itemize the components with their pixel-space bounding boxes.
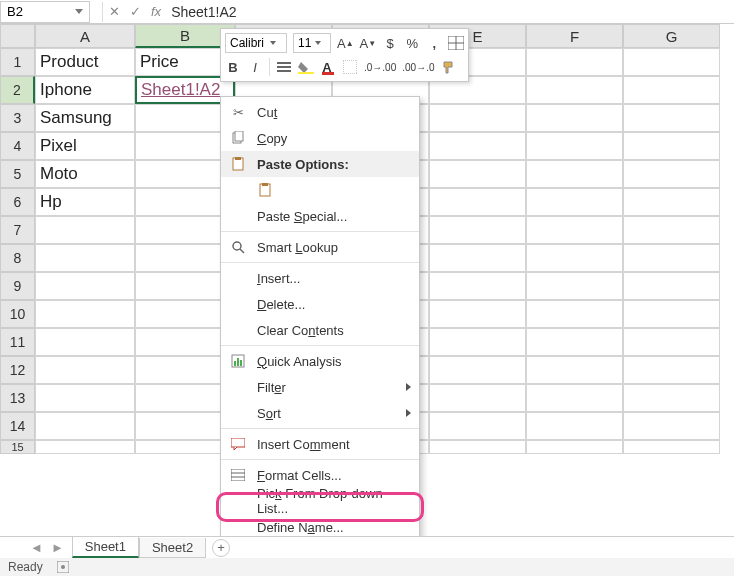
row-header-13[interactable]: 13 xyxy=(0,384,35,412)
fill-color-icon[interactable] xyxy=(298,60,314,74)
font-name-selector[interactable]: Calibri xyxy=(225,33,287,53)
cell-G12[interactable] xyxy=(623,356,720,384)
chevron-left-icon[interactable]: ◄ xyxy=(30,540,43,555)
column-header-G[interactable]: G xyxy=(623,24,720,48)
format-painter-icon[interactable] xyxy=(441,60,457,74)
cell-A10[interactable] xyxy=(35,300,135,328)
cell-G15[interactable] xyxy=(623,440,720,454)
menu-insert-comment[interactable]: Insert Comment xyxy=(221,431,419,457)
row-header-1[interactable]: 1 xyxy=(0,48,35,76)
cell-G10[interactable] xyxy=(623,300,720,328)
row-header-10[interactable]: 10 xyxy=(0,300,35,328)
cell-G4[interactable] xyxy=(623,132,720,160)
menu-insert[interactable]: Insert... xyxy=(221,265,419,291)
cell-E13[interactable] xyxy=(429,384,526,412)
menu-delete[interactable]: Delete... xyxy=(221,291,419,317)
menu-sort[interactable]: Sort xyxy=(221,400,419,426)
mini-toolbar[interactable]: Calibri 11 A▲ A▼ $ % , B I A .0 xyxy=(220,28,469,82)
row-header-2[interactable]: 2 xyxy=(0,76,35,104)
chevron-down-icon[interactable] xyxy=(315,41,321,45)
cell-E10[interactable] xyxy=(429,300,526,328)
cell-A1[interactable]: Product xyxy=(35,48,135,76)
cell-F9[interactable] xyxy=(526,272,623,300)
cell-F13[interactable] xyxy=(526,384,623,412)
cell-A4[interactable]: Pixel xyxy=(35,132,135,160)
cell-G7[interactable] xyxy=(623,216,720,244)
menu-quick-analysis[interactable]: Quick Analysis xyxy=(221,348,419,374)
row-header-3[interactable]: 3 xyxy=(0,104,35,132)
row-header-6[interactable]: 6 xyxy=(0,188,35,216)
cell-G13[interactable] xyxy=(623,384,720,412)
borders-icon[interactable] xyxy=(342,60,358,74)
cell-G5[interactable] xyxy=(623,160,720,188)
decrease-decimal-icon[interactable]: .00→.0 xyxy=(402,62,434,73)
cell-F1[interactable] xyxy=(526,48,623,76)
cell-F4[interactable] xyxy=(526,132,623,160)
cell-A2[interactable]: Iphone xyxy=(35,76,135,104)
menu-pick-from-list[interactable]: Pick From Drop-down List... xyxy=(221,488,419,514)
sheet-nav[interactable]: ◄ ► xyxy=(30,540,64,555)
row-header-11[interactable]: 11 xyxy=(0,328,35,356)
cell-A12[interactable] xyxy=(35,356,135,384)
cell-E15[interactable] xyxy=(429,440,526,454)
accounting-format-icon[interactable]: $ xyxy=(382,36,398,51)
menu-cut[interactable]: ✂ Cut xyxy=(221,99,419,125)
cell-E14[interactable] xyxy=(429,412,526,440)
cell-G1[interactable] xyxy=(623,48,720,76)
cell-G3[interactable] xyxy=(623,104,720,132)
menu-format-cells[interactable]: Format Cells... xyxy=(221,462,419,488)
cell-A5[interactable]: Moto xyxy=(35,160,135,188)
row-header-14[interactable]: 14 xyxy=(0,412,35,440)
cell-E11[interactable] xyxy=(429,328,526,356)
cell-E3[interactable] xyxy=(429,104,526,132)
sheet-tab-1[interactable]: Sheet1 xyxy=(72,537,139,558)
increase-font-icon[interactable]: A▲ xyxy=(337,36,354,51)
row-header-5[interactable]: 5 xyxy=(0,160,35,188)
sheet-tab-2[interactable]: Sheet2 xyxy=(139,538,206,558)
cancel-icon[interactable]: ✕ xyxy=(109,4,120,19)
cell-G6[interactable] xyxy=(623,188,720,216)
font-color-icon[interactable]: A xyxy=(320,60,336,75)
cell-F6[interactable] xyxy=(526,188,623,216)
row-header-4[interactable]: 4 xyxy=(0,132,35,160)
bold-button[interactable]: B xyxy=(225,60,241,75)
column-header-A[interactable]: A xyxy=(35,24,135,48)
cell-G11[interactable] xyxy=(623,328,720,356)
cell-A3[interactable]: Samsung xyxy=(35,104,135,132)
chevron-down-icon[interactable] xyxy=(75,9,83,14)
macro-record-icon[interactable] xyxy=(57,561,69,573)
enter-icon[interactable]: ✓ xyxy=(130,4,141,19)
menu-smart-lookup[interactable]: Smart Lookup xyxy=(221,234,419,260)
cell-A8[interactable] xyxy=(35,244,135,272)
cell-F7[interactable] xyxy=(526,216,623,244)
menu-copy[interactable]: Copy xyxy=(221,125,419,151)
cell-G9[interactable] xyxy=(623,272,720,300)
cell-A13[interactable] xyxy=(35,384,135,412)
row-header-12[interactable]: 12 xyxy=(0,356,35,384)
comma-format-icon[interactable]: , xyxy=(426,36,442,51)
menu-paste-special[interactable]: Paste Special... xyxy=(221,203,419,229)
cell-A14[interactable] xyxy=(35,412,135,440)
cell-E12[interactable] xyxy=(429,356,526,384)
cell-F3[interactable] xyxy=(526,104,623,132)
fx-icon[interactable]: fx xyxy=(151,4,161,19)
cell-E9[interactable] xyxy=(429,272,526,300)
row-header-9[interactable]: 9 xyxy=(0,272,35,300)
cell-G14[interactable] xyxy=(623,412,720,440)
chevron-down-icon[interactable] xyxy=(270,41,276,45)
cell-F14[interactable] xyxy=(526,412,623,440)
increase-decimal-icon[interactable]: .0→.00 xyxy=(364,62,396,73)
align-icon[interactable] xyxy=(276,61,292,73)
font-size-selector[interactable]: 11 xyxy=(293,33,331,53)
row-header-7[interactable]: 7 xyxy=(0,216,35,244)
cell-F8[interactable] xyxy=(526,244,623,272)
cell-F2[interactable] xyxy=(526,76,623,104)
cell-G2[interactable] xyxy=(623,76,720,104)
cell-A6[interactable]: Hp xyxy=(35,188,135,216)
name-box[interactable]: B2 xyxy=(0,1,90,23)
cell-E8[interactable] xyxy=(429,244,526,272)
cell-F15[interactable] xyxy=(526,440,623,454)
add-sheet-button[interactable]: + xyxy=(212,539,230,557)
cell-A15[interactable] xyxy=(35,440,135,454)
cell-F10[interactable] xyxy=(526,300,623,328)
